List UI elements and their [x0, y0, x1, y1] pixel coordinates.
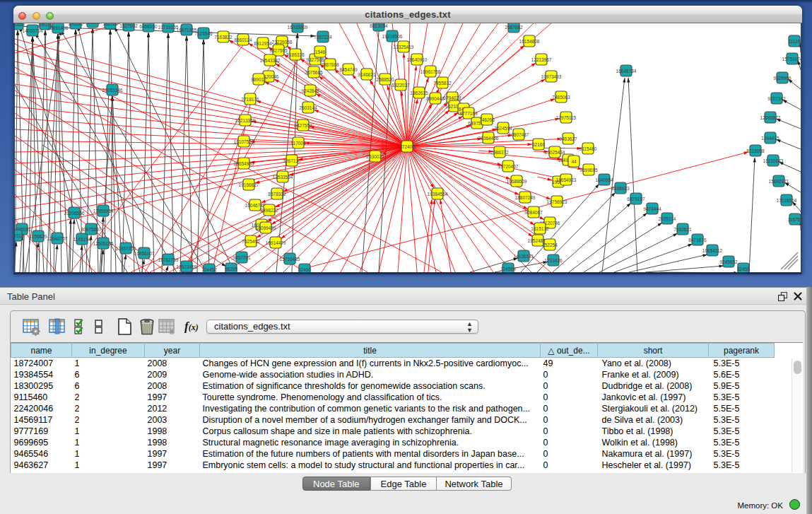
- svg-text:10653287: 10653287: [83, 23, 103, 25]
- svg-text:2935114: 2935114: [659, 216, 676, 221]
- svg-text:9463627: 9463627: [559, 136, 577, 141]
- svg-text:10973493: 10973493: [541, 74, 562, 79]
- svg-text:14136141: 14136141: [514, 254, 534, 259]
- svg-text:9115460: 9115460: [579, 146, 597, 151]
- svg-text:17016504: 17016504: [777, 198, 797, 203]
- svg-text:2588520: 2588520: [376, 77, 394, 82]
- svg-text:15751074: 15751074: [782, 57, 801, 62]
- svg-text:8912954: 8912954: [254, 41, 272, 46]
- svg-text:6794028: 6794028: [443, 95, 461, 100]
- svg-text:23226058: 23226058: [272, 40, 293, 45]
- svg-text:3675685: 3675685: [305, 70, 323, 75]
- svg-text:1145194: 1145194: [73, 237, 91, 242]
- svg-text:12213369: 12213369: [235, 118, 256, 123]
- svg-text:98205: 98205: [225, 267, 237, 271]
- svg-text:2867608: 2867608: [321, 62, 339, 67]
- svg-text:1615132: 1615132: [531, 226, 549, 231]
- svg-text:10688609: 10688609: [507, 179, 527, 184]
- svg-text:8813054: 8813054: [370, 23, 388, 28]
- svg-text:16648784: 16648784: [616, 69, 637, 74]
- svg-text:10654112: 10654112: [702, 248, 723, 253]
- svg-text:9245652: 9245652: [719, 259, 738, 264]
- svg-text:8990443: 8990443: [426, 96, 445, 101]
- svg-text:92450: 92450: [298, 267, 311, 272]
- svg-text:9146821: 9146821: [358, 72, 376, 77]
- svg-text:44: 44: [571, 159, 577, 164]
- svg-text:19218506: 19218506: [382, 34, 403, 39]
- svg-text:9084067: 9084067: [524, 210, 543, 215]
- svg-text:8471676: 8471676: [688, 238, 707, 243]
- svg-text:19756923: 19756923: [547, 199, 567, 204]
- svg-text:8427552: 8427552: [294, 123, 312, 128]
- svg-text:9327508: 9327508: [306, 57, 324, 62]
- svg-text:30975887: 30975887: [81, 227, 102, 232]
- svg-text:12213967: 12213967: [531, 57, 552, 62]
- svg-text:12505135: 12505135: [93, 241, 114, 246]
- svg-text:3624594: 3624594: [494, 126, 512, 131]
- svg-text:7986372: 7986372: [490, 150, 509, 155]
- svg-text:17359934: 17359934: [93, 209, 114, 214]
- svg-text:16782759: 16782759: [158, 257, 179, 262]
- svg-text:1546: 1546: [315, 49, 326, 54]
- svg-text:10543382: 10543382: [260, 58, 281, 63]
- svg-text:16914479: 16914479: [266, 240, 286, 245]
- svg-text:19166827: 19166827: [239, 182, 259, 187]
- svg-text:104452: 104452: [201, 267, 217, 272]
- svg-text:12975115: 12975115: [556, 115, 577, 120]
- svg-text:124584: 124584: [500, 267, 516, 271]
- svg-text:16961758: 16961758: [420, 69, 441, 74]
- svg-text:10025434: 10025434: [545, 150, 565, 155]
- svg-text:12923468: 12923468: [177, 264, 197, 269]
- svg-text:7625402: 7625402: [242, 239, 260, 244]
- svg-text:20206556: 20206556: [64, 211, 85, 216]
- svg-text:17957255: 17957255: [116, 246, 136, 251]
- svg-text:19654985: 19654985: [234, 161, 254, 166]
- svg-text:8322037: 8322037: [392, 83, 410, 88]
- svg-text:16033809: 16033809: [288, 25, 308, 30]
- svg-text:9827505: 9827505: [269, 48, 288, 53]
- svg-text:7955812: 7955812: [433, 81, 452, 86]
- svg-text:2530023: 2530023: [366, 154, 384, 159]
- svg-text:82456: 82456: [737, 267, 750, 271]
- svg-text:252254: 252254: [542, 243, 558, 247]
- svg-text:9457791: 9457791: [233, 255, 251, 260]
- svg-text:16154808: 16154808: [519, 39, 540, 44]
- svg-text:16210643: 16210643: [763, 158, 784, 163]
- svg-text:1527602: 1527602: [119, 23, 138, 28]
- svg-text:12942757: 12942757: [47, 236, 68, 241]
- svg-text:3267130: 3267130: [283, 158, 301, 163]
- svg-text:9329966: 9329966: [773, 76, 792, 81]
- svg-text:13716485: 13716485: [280, 257, 300, 262]
- svg-text:7515546: 7515546: [194, 31, 213, 36]
- svg-text:11120: 11120: [788, 39, 800, 44]
- svg-text:2718176: 2718176: [241, 97, 259, 102]
- svg-text:746266: 746266: [479, 117, 495, 122]
- svg-text:6879197: 6879197: [627, 197, 645, 201]
- svg-text:8498222: 8498222: [260, 208, 278, 213]
- svg-text:19384554: 19384554: [428, 192, 448, 197]
- svg-text:140557: 140557: [15, 23, 25, 27]
- svg-text:13325419: 13325419: [394, 45, 414, 49]
- svg-text:20364456: 20364456: [478, 136, 499, 141]
- svg-text:18807249: 18807249: [515, 195, 536, 200]
- svg-text:1733426: 1733426: [544, 258, 563, 263]
- svg-text:1244415: 1244415: [761, 136, 779, 141]
- svg-text:16046788: 16046788: [245, 203, 266, 208]
- svg-text:391513: 391513: [15, 233, 24, 238]
- svg-text:12093872: 12093872: [760, 115, 781, 120]
- svg-text:6466160: 6466160: [139, 24, 158, 29]
- svg-text:8454749: 8454749: [339, 67, 358, 72]
- svg-text:10719155: 10719155: [158, 25, 179, 30]
- svg-text:7163822: 7163822: [214, 35, 233, 40]
- svg-text:8578332: 8578332: [268, 192, 286, 197]
- svg-text:117004: 117004: [290, 141, 306, 146]
- svg-text:1156829: 1156829: [30, 234, 47, 239]
- svg-text:1362635: 1362635: [410, 90, 428, 95]
- svg-text:13533594: 13533594: [273, 175, 293, 180]
- svg-text:7485063: 7485063: [552, 95, 570, 100]
- svg-text:16107553: 16107553: [234, 139, 254, 144]
- svg-text:116753: 116753: [787, 217, 801, 222]
- svg-text:8660124: 8660124: [234, 37, 252, 42]
- svg-text:8215958: 8215958: [746, 148, 765, 153]
- svg-text:9777169: 9777169: [459, 111, 478, 116]
